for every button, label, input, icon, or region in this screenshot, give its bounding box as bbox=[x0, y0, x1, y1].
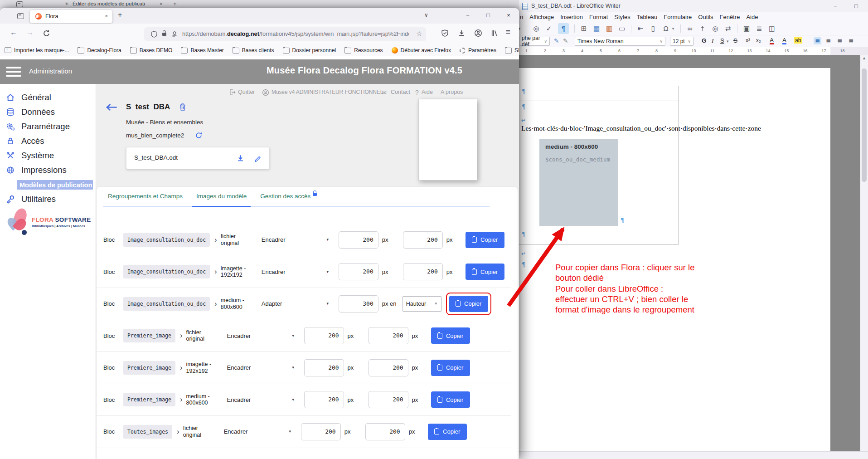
height-input[interactable]: 200 bbox=[369, 327, 408, 344]
edit-pencil-icon[interactable] bbox=[254, 154, 262, 162]
underline-button[interactable]: S bbox=[720, 37, 724, 44]
writer-toolbar-icon[interactable]: ◫ bbox=[768, 24, 776, 34]
permissions-icon[interactable] bbox=[171, 31, 178, 38]
mode-select[interactable]: Encadrer▼ bbox=[227, 332, 295, 339]
writer-toolbar-icon[interactable]: ✓ bbox=[545, 24, 553, 34]
back-tab-title[interactable]: Éditer des modèles de publicati bbox=[73, 1, 156, 6]
sidebar-item-parametrage[interactable]: Paramétrage bbox=[0, 119, 96, 134]
writer-menu-item[interactable]: Styles bbox=[614, 14, 630, 20]
copy-button-highlighted[interactable]: Copier bbox=[449, 296, 488, 312]
new-style-icon[interactable]: ✎ bbox=[563, 37, 568, 44]
width-input[interactable]: 200 bbox=[304, 327, 344, 344]
writer-toolbar-icon[interactable]: Ω bbox=[662, 24, 669, 34]
writer-toolbar-icon[interactable]: ▣ bbox=[743, 24, 750, 34]
sidebar-item-general[interactable]: Général bbox=[0, 90, 96, 105]
bookmark-item[interactable]: Bases clients bbox=[233, 47, 274, 54]
quit-link[interactable]: Quitter bbox=[238, 89, 255, 95]
bookmark-item[interactable]: Importer les marque-... bbox=[5, 47, 69, 54]
mode-select[interactable]: Encadrer▼ bbox=[224, 428, 292, 435]
background-browser-window[interactable]: ✳ Éditer des modèles de publicati × + bbox=[0, 0, 519, 8]
library-icon[interactable] bbox=[490, 29, 498, 37]
width-input[interactable]: 200 bbox=[301, 423, 341, 440]
writer-toolbar-icon[interactable]: ▯ bbox=[650, 24, 657, 34]
writer-toolbar-icon[interactable]: ◎ bbox=[712, 24, 719, 34]
tab-manager-icon[interactable] bbox=[16, 1, 23, 7]
quit-icon[interactable] bbox=[229, 89, 236, 96]
sidebar-item-acces[interactable]: Accès bbox=[0, 134, 96, 148]
writer-toolbar-icon[interactable] bbox=[680, 24, 681, 33]
help-question-mark[interactable]: ? bbox=[415, 89, 419, 96]
url-text[interactable]: https://demobam.decalog.net/formationv45… bbox=[182, 30, 409, 37]
font-name-combo[interactable]: Times New Roman∨ bbox=[575, 37, 665, 46]
writer-toolbar-icon[interactable]: ≣ bbox=[756, 24, 763, 34]
writer-toolbar-icon[interactable] bbox=[574, 24, 575, 33]
writer-toolbar-icon[interactable]: ¶ bbox=[558, 23, 569, 34]
copy-button[interactable]: Copier bbox=[431, 391, 470, 408]
bold-button[interactable]: G bbox=[702, 37, 707, 44]
lo-maximize-button[interactable]: □ bbox=[849, 1, 864, 11]
downloads-icon[interactable] bbox=[458, 29, 466, 37]
back-new-tab-button[interactable]: + bbox=[173, 0, 177, 7]
update-style-icon[interactable]: ✎ bbox=[554, 37, 559, 44]
mode-select[interactable]: Encadrer▼ bbox=[227, 364, 295, 371]
underline-caret[interactable]: ▾ bbox=[727, 39, 729, 44]
firefox-view-icon[interactable] bbox=[17, 13, 24, 19]
about-link[interactable]: A propos bbox=[441, 89, 463, 95]
bookmark-item[interactable]: SITEM 2024 bbox=[505, 47, 519, 54]
writer-toolbar-icon[interactable]: † bbox=[699, 24, 706, 34]
writer-toolbar-icon[interactable]: ▾ bbox=[671, 24, 675, 34]
writer-toolbar-icon[interactable]: ▦ bbox=[593, 24, 600, 34]
tracking-shield-icon[interactable] bbox=[150, 30, 158, 38]
tab-regroupements-et-champs[interactable]: Regroupements et Champs bbox=[108, 193, 183, 206]
back-button[interactable]: ← bbox=[10, 29, 17, 37]
bookmark-item[interactable]: Ressources bbox=[344, 47, 383, 54]
mode-select[interactable]: Encadrer▼ bbox=[262, 269, 330, 275]
paragraph-style-combo[interactable]: phe par déf∨ bbox=[519, 37, 550, 46]
height-input[interactable]: 200 bbox=[369, 359, 408, 376]
height-input[interactable]: 200 bbox=[403, 263, 443, 280]
writer-menu-item[interactable]: Format bbox=[589, 14, 608, 20]
writer-menu-item[interactable]: Affichage bbox=[529, 14, 554, 20]
writer-toolbar-icon[interactable]: ▭ bbox=[618, 24, 626, 34]
writer-toolbar-icon[interactable]: ⇤ bbox=[637, 24, 644, 34]
new-tab-button[interactable]: + bbox=[118, 11, 122, 19]
font-size-combo[interactable]: 12 pt∨ bbox=[670, 37, 693, 46]
writer-menu-item[interactable]: Formulaire bbox=[664, 14, 692, 20]
width-input[interactable]: 200 bbox=[339, 231, 378, 249]
refresh-icon[interactable] bbox=[195, 132, 203, 139]
sidebar-item-impressions[interactable]: Impressions bbox=[0, 163, 96, 177]
sidebar-item-donnees[interactable]: Données bbox=[0, 105, 96, 119]
bookmark-item[interactable]: Decalog-Flora bbox=[78, 47, 121, 54]
italic-button[interactable]: I bbox=[712, 37, 714, 44]
align-center-button[interactable]: ≣ bbox=[826, 37, 831, 44]
height-input[interactable]: 200 bbox=[403, 231, 443, 249]
bookmark-item[interactable]: Bases DEMO bbox=[130, 47, 173, 54]
contact-link[interactable]: Contact bbox=[391, 89, 410, 95]
writer-toolbar-icon[interactable]: ⊞ bbox=[580, 24, 587, 34]
active-tab[interactable]: Flora × bbox=[30, 10, 112, 23]
document-paragraph[interactable]: Les·mot-clés·du·bloc·'Image_consultation… bbox=[521, 124, 775, 132]
bookmark-item[interactable]: Débuter avec Firefox bbox=[392, 47, 451, 54]
scrollbar-thumb[interactable] bbox=[862, 68, 867, 182]
trash-icon[interactable] bbox=[179, 103, 186, 111]
copy-button[interactable]: Copier bbox=[428, 424, 467, 440]
superscript-button[interactable]: x² bbox=[746, 37, 750, 44]
download-icon[interactable] bbox=[237, 154, 244, 162]
sidebar-item-modeles-de-publication[interactable]: Modèles de publication bbox=[17, 180, 93, 190]
hamburger-menu-icon[interactable] bbox=[6, 67, 21, 77]
url-bar[interactable]: https://demobam.decalog.net/formationv45… bbox=[144, 27, 426, 41]
protections-shield-icon[interactable] bbox=[441, 29, 449, 37]
connection-lock-icon[interactable] bbox=[162, 33, 166, 36]
keyword-block[interactable]: medium - 800x600 $cons_ou_doc_medium bbox=[539, 139, 618, 226]
copy-button[interactable]: Copier bbox=[466, 264, 504, 280]
writer-toolbar-icon[interactable]: ▥ bbox=[606, 24, 613, 34]
writer-toolbar-icon[interactable] bbox=[527, 24, 527, 33]
writer-toolbar-icon[interactable]: ⇄ bbox=[724, 24, 732, 34]
writer-menu-item[interactable]: Outils bbox=[698, 14, 713, 20]
align-justify-button[interactable]: ≣ bbox=[849, 37, 853, 44]
maximize-button[interactable]: □ bbox=[480, 9, 496, 22]
strikethrough-button[interactable]: S bbox=[733, 37, 737, 44]
highlight-color-button[interactable]: ab bbox=[794, 37, 802, 44]
tab-gestion-des-acces[interactable]: Gestion des accès bbox=[260, 193, 317, 206]
bookmark-star-icon[interactable]: ☆ bbox=[416, 30, 422, 37]
